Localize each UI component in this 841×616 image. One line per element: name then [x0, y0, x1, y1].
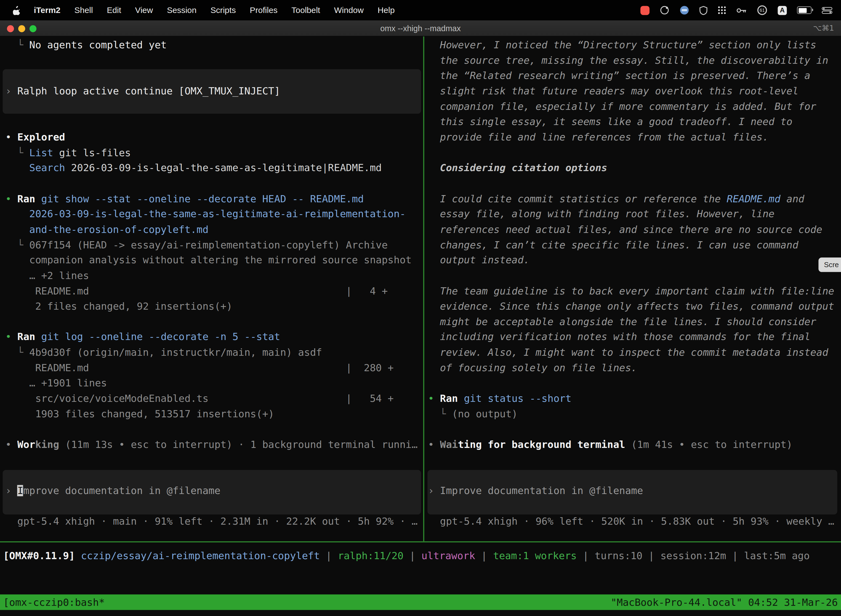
text-segment: README.md: [727, 193, 781, 204]
menu-bar: iTerm2 Shell Edit View Session Scripts P…: [0, 0, 841, 21]
terminal-line: … +1901 lines: [5, 376, 423, 392]
text-segment: (1m 41s • esc to interrupt): [625, 439, 793, 450]
text-segment: gpt-5.4 xhigh · 96% left · 520K in · 5.8…: [428, 516, 834, 527]
terminal-line: including verification notes with those …: [428, 330, 841, 345]
terminal-line: [428, 376, 841, 392]
tmux-status-bar: [omx-cczip0:bash* "MacBook-Pro-44.local"…: [0, 594, 841, 610]
battery-ring-glyph: 61: [757, 5, 768, 15]
dots-grid-icon[interactable]: [718, 6, 726, 14]
menu-help[interactable]: Help: [371, 0, 402, 21]
terminal-line: README.md | 280 +: [5, 361, 423, 376]
menu-view[interactable]: View: [128, 0, 160, 21]
terminal-line: [5, 422, 423, 437]
text-segment: [5, 162, 29, 174]
waiting-status-line: • Waiting for background terminal (1m 41…: [428, 437, 841, 453]
screen-recording-icon[interactable]: [640, 6, 649, 15]
menu-toolbelt[interactable]: Toolbelt: [284, 0, 327, 21]
prompt-input-line[interactable]: › Improve documentation in @filename: [428, 483, 841, 499]
terminal-line: output instead.: [428, 253, 841, 268]
text-segment: changes, I can’t cite specific file line…: [428, 239, 798, 250]
terminal-line: [5, 499, 423, 514]
text-segment: Explored: [18, 131, 65, 143]
menu-profiles[interactable]: Profiles: [243, 0, 284, 21]
terminal-line: └ 067f154 (HEAD -> essay/ai-reimplementa…: [5, 238, 423, 253]
text-segment: └: [18, 239, 29, 250]
text-segment: and: [781, 193, 804, 204]
control-center-icon[interactable]: [822, 7, 832, 13]
ralph-inject-line: › Ralph loop active continue [OMX_TMUX_I…: [5, 84, 423, 99]
orbit-glyph: [660, 5, 670, 15]
left-pane[interactable]: └ No agents completed yet › Ralph loop a…: [0, 37, 423, 541]
text-segment: and-the-erosion-of-copyleft.md: [5, 224, 208, 235]
text-segment: ralph:11/20: [338, 550, 403, 561]
terminal-line: [5, 453, 423, 468]
screen-tooltip[interactable]: Scre: [819, 258, 841, 272]
battery-icon[interactable]: [797, 6, 812, 14]
text-segment: README.md | 280 +: [5, 362, 393, 373]
text-segment: I could cite commit statistics or refere…: [428, 193, 727, 204]
terminal-line: └ (no output): [428, 406, 841, 422]
text-segment: However, I noticed the “Directory Struct…: [428, 39, 816, 50]
menu-window[interactable]: Window: [327, 0, 371, 21]
text-segment: cczip/essay/ai-reimplementation-copyleft: [81, 550, 320, 561]
terminal-line: companion analysis without altering the …: [5, 253, 423, 268]
menu-edit[interactable]: Edit: [100, 0, 128, 21]
text-segment: Wai: [440, 439, 458, 450]
text-segment: 067f154 (HEAD -> essay/ai-reimplementati…: [29, 239, 388, 250]
text-segment: gpt-5.4 xhigh · main · 91% left · 2.31M …: [5, 516, 418, 527]
terminal-line: Search 2026-03-09-is-legal-the-same-as-l…: [5, 161, 423, 176]
prompt-input-line[interactable]: › Improve documentation in @filename: [5, 483, 423, 499]
control-center-glyph: [822, 7, 832, 13]
text-segment: (11m 13s • esc to interrupt) · 1 backgro…: [59, 439, 418, 450]
text-segment: Ran: [18, 193, 41, 204]
text-segment: 4b9d30f (origin/main, instructkr/main, m…: [29, 347, 322, 358]
shield-icon[interactable]: [699, 6, 708, 15]
terminal-line: [428, 468, 841, 484]
terminal-line: └ List git ls-files: [5, 145, 423, 161]
tmux-session-label[interactable]: [omx-cczip0:bash*: [3, 594, 105, 610]
text-segment: [5, 147, 17, 158]
text-segment: ›: [5, 485, 17, 496]
text-segment: … +1901 lines: [5, 377, 107, 389]
terminal-line: [5, 314, 423, 330]
battery-percent-text: 61: [760, 8, 765, 13]
terminal-line: provide file and line references from th…: [428, 130, 841, 145]
text-segment: review. Also, I might want to inspect th…: [428, 347, 828, 358]
right-pane[interactable]: However, I noticed the “Directory Struct…: [424, 37, 841, 541]
terminal-line: [5, 53, 423, 69]
battery-percent-ring-icon[interactable]: 61: [757, 5, 768, 15]
orbit-icon[interactable]: [660, 5, 670, 15]
terminal-line: README.md | 4 +: [5, 283, 423, 299]
terminal-line: the source tree, missing the essay. Stil…: [428, 53, 841, 69]
menu-iterm2[interactable]: iTerm2: [27, 0, 67, 21]
text-segment: provide file and line references from th…: [428, 131, 768, 143]
menu-shell[interactable]: Shell: [67, 0, 100, 21]
terminal-line: [428, 145, 841, 161]
menu-scripts[interactable]: Scripts: [203, 0, 243, 21]
terminal-line: • Ran git log --oneline --decorate -n 5 …: [5, 330, 423, 345]
menu-bar-left: iTerm2 Shell Edit View Session Scripts P…: [6, 0, 401, 21]
terminal-line: [5, 114, 423, 130]
input-source-icon[interactable]: A: [778, 6, 787, 15]
terminal-line: The team guideline is to back every impo…: [428, 283, 841, 299]
terminal-line: [428, 268, 841, 284]
text-segment: The team guideline is to back every impo…: [428, 285, 834, 296]
text-segment: essay file, along with finding root file…: [428, 208, 775, 220]
terminal-line: changes, I can’t cite specific file line…: [428, 238, 841, 253]
docker-icon[interactable]: [680, 5, 689, 15]
text-segment: •: [5, 331, 17, 343]
text-segment: ›: [5, 85, 17, 97]
key-icon[interactable]: [736, 7, 747, 13]
text-segment: src/voice/voiceModeEnabled.ts | 54 +: [5, 393, 393, 404]
terminal-line: this single essay, it seems like a good …: [428, 114, 841, 130]
terminal-line: └ 4b9d30f (origin/main, instructkr/main,…: [5, 345, 423, 361]
status-divider: [0, 541, 841, 542]
menu-session[interactable]: Session: [160, 0, 204, 21]
terminal-line: • Explored: [5, 130, 423, 145]
text-segment: └: [18, 39, 29, 50]
text-segment: README.md | 4 +: [5, 285, 388, 296]
text-segment: the “Related research writing” section i…: [428, 70, 810, 81]
apple-menu-icon[interactable]: [6, 6, 27, 15]
terminal-line: • Ran git status --short: [428, 391, 841, 406]
terminal-line: [5, 468, 423, 484]
